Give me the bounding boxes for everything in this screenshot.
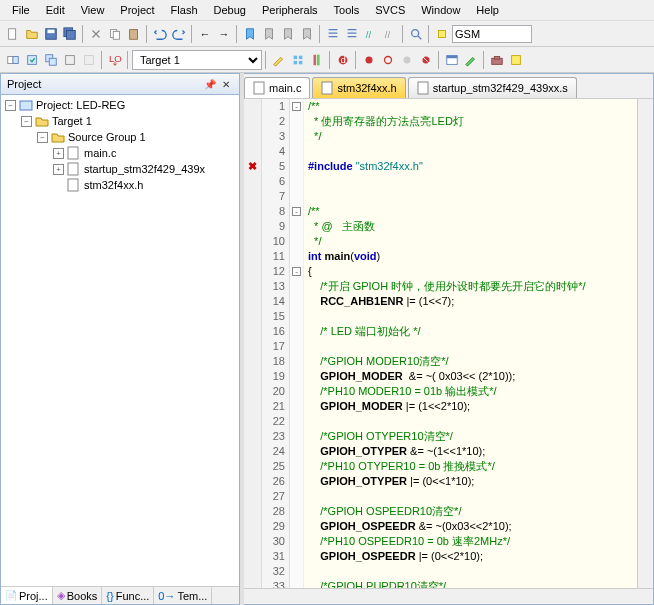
- download-icon[interactable]: LOAD: [106, 51, 124, 69]
- comment-icon[interactable]: //: [362, 25, 380, 43]
- svg-rect-38: [68, 147, 78, 159]
- svg-rect-4: [67, 30, 76, 39]
- stop-build-icon[interactable]: [80, 51, 98, 69]
- search-input[interactable]: [452, 25, 532, 43]
- redo-icon[interactable]: [170, 25, 188, 43]
- svg-text://: //: [366, 28, 372, 39]
- svg-rect-13: [13, 56, 18, 63]
- menu-project[interactable]: Project: [112, 2, 162, 18]
- bookmark-next-icon[interactable]: [279, 25, 297, 43]
- menu-edit[interactable]: Edit: [38, 2, 73, 18]
- menu-view[interactable]: View: [73, 2, 113, 18]
- project-tree[interactable]: − Project: LED-REG − Target 1 − Source G…: [1, 95, 239, 586]
- menu-window[interactable]: Window: [413, 2, 468, 18]
- uncomment-icon[interactable]: //: [381, 25, 399, 43]
- save-all-icon[interactable]: [61, 25, 79, 43]
- bookmark-icon[interactable]: [241, 25, 259, 43]
- manage-books-icon[interactable]: [308, 51, 326, 69]
- target-select[interactable]: Target 1: [132, 50, 262, 70]
- cut-icon[interactable]: [87, 25, 105, 43]
- tree-file[interactable]: + main.c: [3, 145, 237, 161]
- back-icon[interactable]: ←: [196, 25, 214, 43]
- svg-rect-37: [20, 101, 32, 110]
- fwd-icon[interactable]: →: [215, 25, 233, 43]
- tree-root[interactable]: − Project: LED-REG: [3, 97, 237, 113]
- tab-functions[interactable]: {}Func...: [102, 587, 154, 604]
- svg-rect-22: [294, 60, 298, 64]
- tab-templates[interactable]: 0→Tem...: [154, 587, 212, 604]
- editor-area: main.c stm32f4xx.h startup_stm32f429_439…: [244, 73, 654, 605]
- breakpoint-insert-icon[interactable]: [360, 51, 378, 69]
- svg-point-30: [404, 56, 411, 63]
- tree-group[interactable]: − Source Group 1: [3, 129, 237, 145]
- breakpoint-kill-icon[interactable]: [417, 51, 435, 69]
- window-icon[interactable]: [443, 51, 461, 69]
- pin-icon[interactable]: 📌: [203, 77, 217, 91]
- svg-rect-36: [512, 55, 521, 64]
- batch-build-icon[interactable]: [61, 51, 79, 69]
- editor-tab-startup[interactable]: startup_stm32f429_439xx.s: [408, 77, 577, 98]
- copy-icon[interactable]: [106, 25, 124, 43]
- menu-debug[interactable]: Debug: [206, 2, 254, 18]
- toolbar-main: ← → // //: [0, 21, 654, 47]
- menu-flash[interactable]: Flash: [163, 2, 206, 18]
- menu-peripherals[interactable]: Peripherals: [254, 2, 326, 18]
- scrollbar-vertical[interactable]: [637, 99, 653, 588]
- help-icon[interactable]: [507, 51, 525, 69]
- menu-file[interactable]: File: [4, 2, 38, 18]
- breakpoint-disable-icon[interactable]: [398, 51, 416, 69]
- menu-svcs[interactable]: SVCS: [367, 2, 413, 18]
- svg-point-29: [385, 56, 392, 63]
- fold-margin[interactable]: ---: [290, 99, 304, 588]
- find-icon[interactable]: [407, 25, 425, 43]
- project-panel-title: Project: [7, 78, 41, 90]
- svg-text://: //: [385, 28, 391, 39]
- save-icon[interactable]: [42, 25, 60, 43]
- editor-tab-main[interactable]: main.c: [244, 77, 310, 98]
- svg-rect-12: [8, 56, 13, 63]
- manage-project-icon[interactable]: [289, 51, 307, 69]
- outdent-icon[interactable]: [343, 25, 361, 43]
- tab-project[interactable]: 📄Proj...: [1, 587, 53, 604]
- svg-point-10: [412, 29, 419, 36]
- svg-rect-40: [68, 179, 78, 191]
- indent-icon[interactable]: [324, 25, 342, 43]
- line-gutter: 1234567891011121314151617181920212223242…: [262, 99, 290, 588]
- menu-help[interactable]: Help: [468, 2, 507, 18]
- marker-icon[interactable]: [433, 25, 451, 43]
- bookmark-clear-icon[interactable]: [298, 25, 316, 43]
- editor-tabs: main.c stm32f4xx.h startup_stm32f429_439…: [244, 74, 653, 99]
- code-area[interactable]: /** * 使用寄存器的方法点亮LED灯 */#include "stm32f4…: [304, 99, 637, 588]
- undo-icon[interactable]: [151, 25, 169, 43]
- scrollbar-horizontal[interactable]: [244, 588, 653, 604]
- svg-rect-20: [294, 55, 298, 59]
- paste-icon[interactable]: [125, 25, 143, 43]
- svg-rect-16: [49, 58, 56, 65]
- tree-file[interactable]: stm32f4xx.h: [3, 177, 237, 193]
- build-icon[interactable]: [23, 51, 41, 69]
- tree-file[interactable]: + startup_stm32f429_439x: [3, 161, 237, 177]
- svg-rect-18: [85, 55, 94, 64]
- breakpoint-enable-icon[interactable]: [379, 51, 397, 69]
- bookmark-prev-icon[interactable]: [260, 25, 278, 43]
- editor-tab-header[interactable]: stm32f4xx.h: [312, 77, 405, 98]
- translate-icon[interactable]: [4, 51, 22, 69]
- close-icon[interactable]: ✕: [219, 77, 233, 91]
- svg-rect-35: [494, 56, 499, 59]
- options-icon[interactable]: [270, 51, 288, 69]
- svg-point-28: [366, 56, 373, 63]
- configure-icon[interactable]: [462, 51, 480, 69]
- svg-rect-42: [322, 82, 332, 94]
- menu-tools[interactable]: Tools: [326, 2, 368, 18]
- rebuild-icon[interactable]: [42, 51, 60, 69]
- open-file-icon[interactable]: [23, 25, 41, 43]
- debug-icon[interactable]: d: [334, 51, 352, 69]
- marker-margin[interactable]: ✖: [244, 99, 262, 588]
- panel-bottom-tabs: 📄Proj... ◈Books {}Func... 0→Tem...: [1, 586, 239, 604]
- tab-books[interactable]: ◈Books: [53, 587, 103, 604]
- svg-text:d: d: [340, 53, 345, 64]
- tree-target[interactable]: − Target 1: [3, 113, 237, 129]
- svg-rect-39: [68, 163, 78, 175]
- toolbox-icon[interactable]: [488, 51, 506, 69]
- new-file-icon[interactable]: [4, 25, 22, 43]
